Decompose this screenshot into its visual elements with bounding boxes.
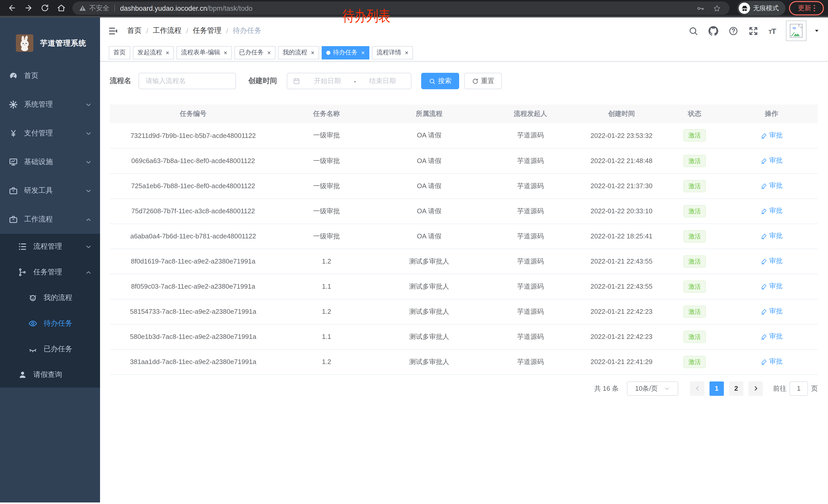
- sidebar-item-研发工具[interactable]: 研发工具: [0, 176, 100, 205]
- tab-close-icon[interactable]: ×: [361, 49, 365, 56]
- tab-close-icon[interactable]: ×: [224, 49, 227, 56]
- approve-label: 审批: [769, 307, 783, 316]
- search-icon[interactable]: [689, 26, 698, 36]
- cell-id: 73211d9d-7b9b-11ec-b5b7-acde48001122: [110, 123, 277, 148]
- sidebar-item-首页[interactable]: 首页: [0, 61, 100, 90]
- approve-link[interactable]: 审批: [760, 257, 783, 266]
- approve-link[interactable]: 审批: [760, 357, 783, 366]
- cell-time: 2022-01-21 22:41:29: [579, 349, 664, 374]
- reset-icon: [472, 78, 479, 84]
- cell-time: 2022-01-22 21:37:30: [579, 173, 664, 198]
- cell-time: 2022-01-22 21:48:48: [579, 148, 664, 173]
- sidebar-collapse-button[interactable]: [108, 26, 118, 36]
- page-size-select[interactable]: 10条/页: [627, 381, 678, 396]
- tab-close-icon[interactable]: ×: [405, 49, 408, 56]
- edit-pencil-icon: [760, 132, 767, 139]
- browser-home-button[interactable]: [57, 4, 66, 12]
- sidebar-item-系统管理[interactable]: 系统管理: [0, 90, 100, 119]
- cell-starter: 芋道源码: [482, 274, 579, 299]
- bookmark-star-icon[interactable]: [713, 4, 721, 12]
- goto-page-input[interactable]: 1: [790, 381, 808, 396]
- reset-button[interactable]: 重置: [464, 73, 502, 89]
- chevron-left-icon: [694, 385, 701, 392]
- cell-name: 1.1: [277, 324, 377, 349]
- github-icon[interactable]: [708, 26, 718, 36]
- search-button[interactable]: 搜索: [421, 73, 459, 89]
- approve-link[interactable]: 审批: [760, 282, 783, 291]
- cell-starter: 芋道源码: [482, 349, 579, 374]
- prev-page-button[interactable]: [690, 381, 704, 396]
- cell-process: OA 请假: [377, 198, 482, 224]
- address-bar[interactable]: 不安全 dashboard.yudao.iocoder.cn/bpm/task/…: [72, 2, 730, 15]
- user-avatar[interactable]: [786, 20, 806, 41]
- tab-我的流程[interactable]: 我的流程×: [278, 46, 319, 59]
- total-count: 共 16 条: [594, 384, 619, 393]
- cell-status: 激活: [664, 299, 726, 324]
- tab-首页[interactable]: 首页: [109, 46, 130, 59]
- font-size-icon[interactable]: TT: [769, 27, 776, 35]
- sidebar-item-基础设施[interactable]: 基础设施: [0, 148, 100, 176]
- sidebar-item-支付管理[interactable]: 支付管理: [0, 119, 100, 148]
- cell-process: OA 请假: [377, 224, 482, 249]
- edit-pencil-icon: [760, 283, 767, 290]
- update-label: 更新: [798, 4, 811, 13]
- help-icon[interactable]: [729, 26, 738, 36]
- approve-link[interactable]: 审批: [760, 207, 783, 216]
- sidebar-item-任务管理[interactable]: 任务管理: [0, 260, 100, 285]
- column-header-状态: 状态: [664, 104, 726, 123]
- cell-time: 2022-01-21 22:43:55: [579, 274, 664, 299]
- approve-link[interactable]: 审批: [760, 231, 783, 241]
- cell-process: OA 请假: [377, 123, 482, 148]
- end-date-placeholder[interactable]: 结束日期: [358, 77, 407, 86]
- sidebar-item-我的流程[interactable]: 我的流程: [0, 285, 100, 311]
- browser-reload-button[interactable]: [41, 4, 49, 12]
- breadcrumb-item-任务管理[interactable]: 任务管理: [193, 26, 222, 35]
- sidebar-item-label: 流程管理: [33, 242, 62, 251]
- tab-待办任务[interactable]: 待办任务×: [322, 46, 369, 59]
- sidebar-item-待办任务[interactable]: 待办任务: [0, 311, 100, 336]
- approve-link[interactable]: 审批: [760, 156, 783, 165]
- browser-menu-icon[interactable]: [814, 5, 815, 11]
- approve-link[interactable]: 审批: [760, 307, 783, 316]
- approve-link[interactable]: 审批: [760, 131, 783, 140]
- avatar-caret-down-icon[interactable]: [814, 28, 820, 34]
- active-tab-dot: [326, 50, 330, 55]
- approve-link[interactable]: 审批: [760, 332, 783, 341]
- process-name-input[interactable]: 请输入流程名: [138, 73, 236, 89]
- sidebar-item-label: 请假查询: [33, 370, 62, 379]
- tab-close-icon[interactable]: ×: [267, 49, 271, 56]
- cell-action: 审批: [726, 148, 818, 173]
- approve-label: 审批: [769, 282, 783, 291]
- cell-name: 一级审批: [277, 224, 377, 249]
- tab-发起流程[interactable]: 发起流程×: [133, 46, 174, 59]
- sidebar-logo[interactable]: 芋道管理系统: [0, 17, 100, 61]
- sidebar-item-请假查询[interactable]: 请假查询: [0, 362, 100, 387]
- breadcrumb-item-首页[interactable]: 首页: [127, 26, 141, 35]
- tab-已办任务[interactable]: 已办任务×: [235, 46, 276, 59]
- next-page-button[interactable]: [748, 381, 763, 396]
- chevron-up-icon: [85, 269, 92, 276]
- tab-close-icon[interactable]: ×: [166, 49, 169, 56]
- browser-update-button[interactable]: 更新: [789, 1, 824, 15]
- sidebar: 芋道管理系统 首页系统管理支付管理基础设施研发工具工作流程流程管理任务管理我的流…: [0, 17, 100, 502]
- cell-action: 审批: [726, 349, 818, 374]
- start-date-placeholder[interactable]: 开始日期: [303, 77, 352, 86]
- sidebar-item-工作流程[interactable]: 工作流程: [0, 205, 100, 234]
- approve-link[interactable]: 审批: [760, 181, 783, 190]
- sidebar-item-流程管理[interactable]: 流程管理: [0, 234, 100, 260]
- flow-icon: [18, 268, 27, 277]
- tab-流程表单-编辑[interactable]: 流程表单-编辑×: [176, 46, 232, 59]
- fullscreen-icon[interactable]: [748, 26, 758, 36]
- tab-流程详情[interactable]: 流程详情×: [372, 46, 413, 59]
- browser-back-button[interactable]: [8, 4, 16, 12]
- key-icon[interactable]: [697, 4, 704, 12]
- breadcrumb-item-工作流程[interactable]: 工作流程: [153, 26, 181, 35]
- page-button-1[interactable]: 1: [709, 381, 724, 396]
- table-row: 8f059c03-7ac8-11ec-a9e2-a2380e71991a1.1测…: [110, 274, 818, 299]
- sidebar-item-已办任务[interactable]: 已办任务: [0, 336, 100, 362]
- browser-forward-button[interactable]: [24, 4, 33, 12]
- page-button-2[interactable]: 2: [729, 381, 743, 396]
- date-range-input[interactable]: 开始日期 - 结束日期: [287, 73, 411, 89]
- tab-close-icon[interactable]: ×: [311, 49, 315, 56]
- chevron-down-icon: [85, 159, 92, 165]
